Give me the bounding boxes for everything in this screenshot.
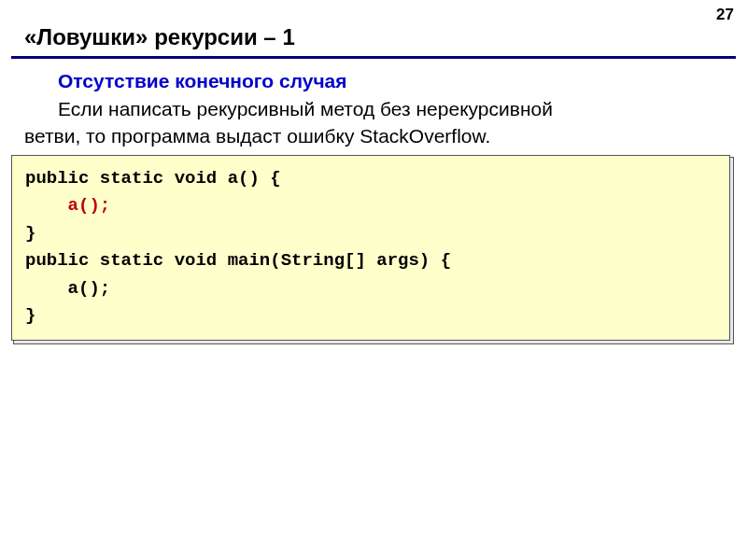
slide: 27 «Ловушки» рекурсии – 1 Отсутствие кон…	[0, 0, 747, 560]
code-block: public static void a() { a(); } public s…	[13, 157, 734, 344]
slide-title: «Ловушки» рекурсии – 1	[0, 0, 747, 56]
code-content: public static void a() { a(); } public s…	[25, 165, 716, 330]
code-line-6: }	[25, 305, 35, 326]
code-line-5: a();	[25, 278, 110, 299]
paragraph-line1: Если написать рекурсивный метод без нере…	[24, 96, 553, 122]
page-number: 27	[716, 6, 734, 24]
slide-body: Отсутствие конечного случая Если написат…	[0, 59, 747, 149]
paragraph: Если написать рекурсивный метод без нере…	[24, 96, 723, 149]
code-line-4: public static void main(String[] args) {	[25, 250, 451, 271]
code-line-2-indent	[25, 195, 68, 216]
code-line-3: }	[25, 223, 35, 244]
paragraph-line2: ветви, то программа выдаст ошибку StackO…	[24, 125, 490, 147]
code-line-1: public static void a() {	[25, 168, 281, 189]
subtitle: Отсутствие конечного случая	[24, 68, 723, 94]
recursive-call: a();	[68, 195, 111, 216]
